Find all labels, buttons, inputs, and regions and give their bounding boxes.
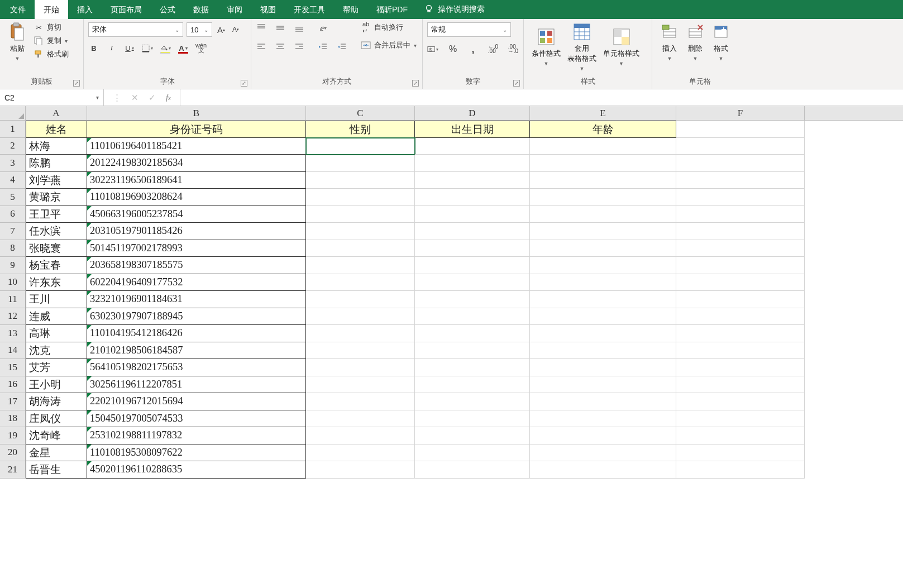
column-header-c[interactable]: C [306, 106, 415, 120]
cell[interactable]: 金星 [26, 444, 87, 462]
fx-icon[interactable]: fx [166, 93, 171, 102]
cell[interactable] [306, 427, 415, 444]
font-name-select[interactable]: 宋体 ⌄ [88, 22, 183, 37]
cell[interactable]: 胡海涛 [26, 393, 87, 410]
tab-help[interactable]: 帮助 [334, 0, 367, 19]
cell[interactable]: 姓名 [26, 121, 87, 138]
cell[interactable] [530, 274, 676, 291]
cell[interactable]: 450201196110288635 [87, 461, 306, 479]
row-header[interactable]: 20 [0, 444, 26, 462]
cell[interactable]: 110104195412186426 [87, 325, 306, 342]
cell[interactable] [676, 189, 805, 206]
row-header[interactable]: 4 [0, 172, 26, 189]
underline-button[interactable]: U▾ [124, 42, 135, 54]
cell[interactable]: 630230197907188945 [87, 308, 306, 326]
cell[interactable] [415, 189, 530, 206]
cell[interactable] [676, 223, 805, 240]
row-header[interactable]: 19 [0, 427, 26, 444]
increase-indent-button[interactable] [336, 41, 347, 52]
tab-insert[interactable]: 插入 [68, 0, 102, 19]
cell[interactable]: 沈奇峰 [26, 427, 87, 444]
cell[interactable] [306, 172, 415, 189]
cell[interactable] [306, 461, 415, 479]
cell[interactable] [676, 342, 805, 360]
cell[interactable] [530, 189, 676, 206]
row-header[interactable]: 6 [0, 206, 26, 223]
row-header[interactable]: 16 [0, 376, 26, 394]
cell[interactable] [676, 427, 805, 444]
tab-data[interactable]: 数据 [184, 0, 218, 19]
cell[interactable] [415, 444, 530, 462]
cell[interactable]: 岳晋生 [26, 461, 87, 479]
decrease-decimal-button[interactable]: .00→.0 [508, 44, 519, 55]
increase-font-button[interactable]: A▴ [216, 24, 227, 35]
cell[interactable]: 王小明 [26, 376, 87, 394]
number-format-select[interactable]: 常规 ⌄ [427, 22, 511, 37]
cell[interactable] [415, 240, 530, 257]
insert-cells-button[interactable]: 插入 ▼ [657, 22, 682, 61]
row-header[interactable]: 11 [0, 291, 26, 308]
row-header[interactable]: 12 [0, 308, 26, 326]
row-header[interactable]: 17 [0, 393, 26, 410]
format-cells-button[interactable]: 格式 ▼ [708, 22, 734, 61]
cell[interactable]: 张晓寰 [26, 240, 87, 257]
cell[interactable]: 450663196005237854 [87, 206, 306, 223]
row-header[interactable]: 21 [0, 461, 26, 479]
cell[interactable]: 210102198506184587 [87, 342, 306, 360]
cell[interactable] [530, 138, 676, 155]
cell[interactable] [415, 342, 530, 360]
cell[interactable]: 刘学燕 [26, 172, 87, 189]
font-color-button[interactable]: A▾ [178, 42, 189, 54]
cell[interactable] [530, 461, 676, 479]
cell[interactable] [306, 444, 415, 462]
cell[interactable] [530, 376, 676, 394]
tab-pagelayout[interactable]: 页面布局 [102, 0, 151, 19]
cell[interactable] [415, 257, 530, 274]
cell[interactable] [530, 410, 676, 428]
cell[interactable] [676, 274, 805, 291]
cell[interactable] [530, 444, 676, 462]
cell-styles-button[interactable]: 单元格样式 ▼ [600, 22, 643, 71]
row-header[interactable]: 10 [0, 274, 26, 291]
cell[interactable]: 302231196506189641 [87, 172, 306, 189]
merge-center-button[interactable]: 合并后居中 ▾ [360, 40, 418, 50]
cell[interactable]: 性别 [306, 121, 415, 138]
cell[interactable]: 庄凤仪 [26, 410, 87, 428]
cell[interactable] [676, 444, 805, 462]
cell[interactable]: 564105198202175653 [87, 359, 306, 376]
font-size-select[interactable]: 10 ⌄ [187, 22, 212, 37]
cut-button[interactable]: ✂ 剪切 [32, 22, 70, 32]
fill-color-button[interactable]: ▾ [160, 42, 171, 54]
cell[interactable]: 110108195308097622 [87, 444, 306, 462]
comma-button[interactable]: , [467, 44, 479, 55]
cell[interactable]: 220210196712015694 [87, 393, 306, 410]
row-header[interactable]: 9 [0, 257, 26, 274]
cell[interactable] [676, 308, 805, 326]
cell[interactable] [415, 223, 530, 240]
cell[interactable]: 150450197005074533 [87, 410, 306, 428]
cell[interactable]: 王卫平 [26, 206, 87, 223]
cell[interactable] [676, 155, 805, 172]
format-as-table-button[interactable]: 套用 表格格式 ▼ [564, 22, 600, 71]
cell[interactable] [306, 359, 415, 376]
cell[interactable] [530, 240, 676, 257]
row-header[interactable]: 13 [0, 325, 26, 342]
cell[interactable] [306, 342, 415, 360]
delete-cells-button[interactable]: 删除 ▼ [682, 22, 708, 61]
cell[interactable]: 203105197901185426 [87, 223, 306, 240]
cell[interactable] [530, 291, 676, 308]
cell[interactable]: 201224198302185634 [87, 155, 306, 172]
cell[interactable] [530, 172, 676, 189]
cell[interactable] [530, 308, 676, 326]
row-header[interactable]: 1 [0, 121, 26, 138]
cell[interactable]: 110106196401185421 [87, 138, 306, 155]
row-header[interactable]: 3 [0, 155, 26, 172]
cell[interactable] [306, 393, 415, 410]
bold-button[interactable]: B [88, 42, 99, 54]
cell[interactable] [676, 376, 805, 394]
cell[interactable] [530, 257, 676, 274]
cell[interactable] [530, 342, 676, 360]
cell[interactable] [676, 121, 805, 138]
cell[interactable] [415, 274, 530, 291]
cell[interactable] [306, 189, 415, 206]
